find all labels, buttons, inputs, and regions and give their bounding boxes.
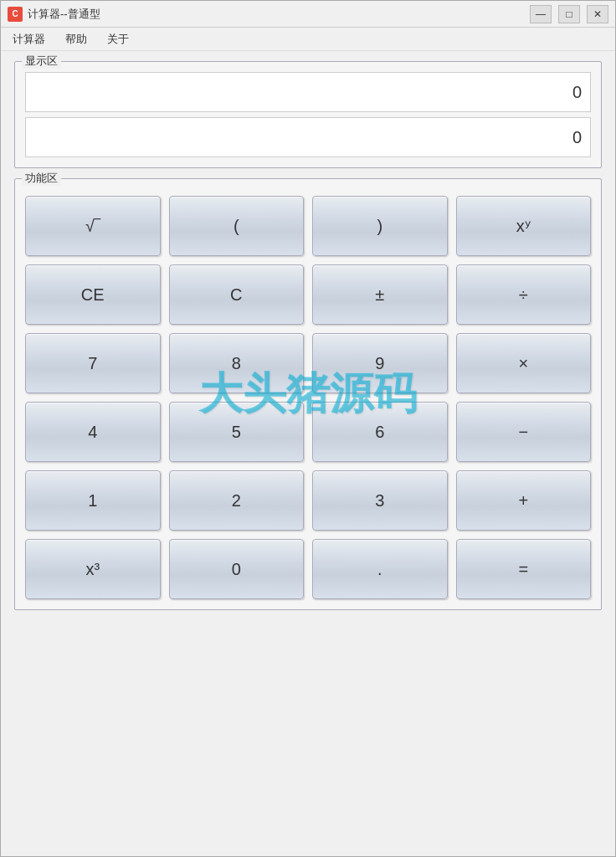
display-section-label: 显示区 xyxy=(22,54,61,69)
zero-button[interactable]: 0 xyxy=(169,539,305,599)
two-button[interactable]: 2 xyxy=(169,470,305,531)
func-section: 功能区 大头猪源码 √‾()xʸCEC±÷789×456−123+x³0.= xyxy=(14,178,602,610)
cube-button[interactable]: x³ xyxy=(25,539,161,599)
seven-button[interactable]: 7 xyxy=(25,333,161,393)
window-controls: — □ ✕ xyxy=(530,5,608,23)
func-section-label: 功能区 xyxy=(22,171,61,186)
five-button[interactable]: 5 xyxy=(169,402,305,462)
add-button[interactable]: + xyxy=(456,470,592,531)
one-button[interactable]: 1 xyxy=(25,470,161,531)
subtract-button[interactable]: − xyxy=(456,402,592,462)
open-paren-button[interactable]: ( xyxy=(169,196,305,256)
three-button[interactable]: 3 xyxy=(312,470,448,531)
clear-button[interactable]: C xyxy=(169,264,305,325)
display-row-2: 0 xyxy=(25,117,591,157)
four-button[interactable]: 4 xyxy=(25,402,161,462)
sign-button[interactable]: ± xyxy=(312,264,448,325)
app-icon: C xyxy=(8,7,23,22)
minimize-button[interactable]: — xyxy=(530,5,552,23)
calculator-window: C 计算器--普通型 — □ ✕ 计算器 帮助 关于 显示区 0 0 功能区 xyxy=(0,0,616,857)
maximize-button[interactable]: □ xyxy=(558,5,580,23)
eight-button[interactable]: 8 xyxy=(169,333,305,393)
ce-button[interactable]: CE xyxy=(25,264,161,325)
power-y-button[interactable]: xʸ xyxy=(456,196,592,256)
close-paren-button[interactable]: ) xyxy=(312,196,448,256)
main-content: 显示区 0 0 功能区 大头猪源码 √‾()xʸCEC±÷789×456−123… xyxy=(1,51,615,856)
equals-button[interactable]: = xyxy=(456,539,592,599)
nine-button[interactable]: 9 xyxy=(312,333,448,393)
title-bar: C 计算器--普通型 — □ ✕ xyxy=(1,1,615,28)
six-button[interactable]: 6 xyxy=(312,402,448,462)
window-title: 计算器--普通型 xyxy=(28,7,530,22)
close-button[interactable]: ✕ xyxy=(587,5,608,23)
menu-bar: 计算器 帮助 关于 xyxy=(1,28,615,51)
menu-about[interactable]: 关于 xyxy=(102,30,134,49)
display-section: 显示区 0 0 xyxy=(14,61,602,168)
menu-help[interactable]: 帮助 xyxy=(60,30,92,49)
menu-calculator[interactable]: 计算器 xyxy=(8,30,50,49)
divide-button[interactable]: ÷ xyxy=(456,264,592,325)
buttons-grid: √‾()xʸCEC±÷789×456−123+x³0.= xyxy=(25,196,591,599)
multiply-button[interactable]: × xyxy=(456,333,592,393)
decimal-button[interactable]: . xyxy=(312,539,448,599)
display-row-1: 0 xyxy=(25,72,591,112)
sqrt-button[interactable]: √‾ xyxy=(25,196,161,256)
